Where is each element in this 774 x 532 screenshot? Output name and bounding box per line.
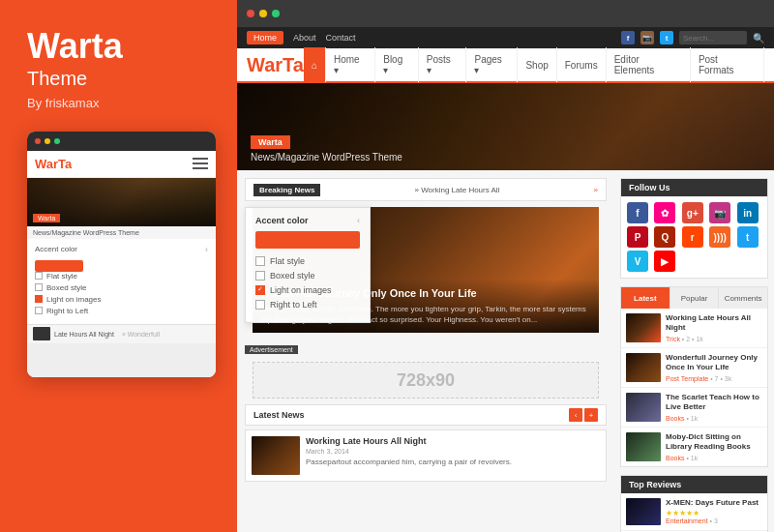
next-btn[interactable]: + [584, 408, 598, 422]
twitter-icon[interactable]: t [737, 226, 759, 248]
quora-icon[interactable]: Q [654, 226, 675, 248]
mobile-logo: WarTa [35, 157, 72, 171]
tab-latest[interactable]: Latest [621, 287, 670, 309]
breaking-badge: Breaking News [253, 184, 320, 196]
browser-max[interactable] [272, 10, 280, 17]
breaking-text: » Working Late Hours All [415, 186, 500, 194]
linkedin-icon[interactable]: in [737, 202, 759, 223]
accent-panel-close[interactable]: ‹ [357, 216, 360, 225]
nav-shop-link[interactable]: Shop [518, 47, 556, 82]
vimeo-icon[interactable]: V [627, 251, 648, 272]
panel-light-checkbox[interactable] [255, 285, 265, 295]
post-thumb-4 [626, 432, 661, 461]
mobile-tagline: News/Magazine WordPress Theme [27, 226, 216, 239]
panel-option-light: Light on images [255, 285, 360, 295]
breaking-arrow: » [594, 186, 598, 194]
panel-boxed-checkbox[interactable] [255, 271, 265, 281]
search-icon[interactable]: 🔍 [753, 33, 764, 44]
latest-post-thumbnail [252, 436, 300, 475]
rtl-checkbox[interactable] [35, 307, 43, 314]
app-subtitle: Theme [27, 68, 87, 90]
sidebar-post-1: Working Late Hours All Night Trick • 2 •… [621, 309, 767, 348]
topbar-fb-icon[interactable]: f [621, 31, 635, 44]
fb-icon[interactable]: f [627, 202, 648, 223]
follow-widget: Follow Us f ✿ g+ 📷 in P Q r )))) t V ▶ [620, 178, 768, 279]
site-main-nav: WarTa ⌂ Home ▾ Blog ▾ Posts ▾ Pages ▾ Sh… [237, 48, 774, 83]
nav-home-link[interactable]: Home ▾ [326, 47, 375, 82]
topbar-search[interactable] [679, 31, 747, 44]
mobile-options: Accent color ‹ Flat style Boxed style Li… [27, 239, 216, 324]
topbar-tw-icon[interactable]: t [660, 31, 673, 44]
topbar-ig-icon[interactable]: 📷 [640, 31, 654, 44]
latest-post-info: Working Late Hours All Night March 3, 20… [306, 436, 512, 475]
nav-blog-link[interactable]: Blog ▾ [375, 47, 419, 82]
max-dot [54, 138, 60, 144]
site-logo: WarTa [247, 54, 304, 76]
gplus-icon[interactable]: g+ [682, 202, 703, 223]
panel-flat-checkbox[interactable] [255, 256, 265, 266]
advertisement-area: 728x90 [253, 362, 599, 399]
post-meta-2: Post Template • 7 • 3k [666, 375, 762, 382]
accent-color-swatch [255, 231, 360, 249]
nav-contact[interactable]: Contact [326, 33, 356, 43]
rss-icon[interactable]: )))) [709, 226, 730, 248]
ad-size-text: 728x90 [397, 370, 455, 391]
close-dot [35, 138, 41, 144]
tab-comments[interactable]: Comments [719, 287, 767, 309]
review-1: X-MEN: Days Future Past ★★★★★ Entertainm… [621, 493, 767, 531]
nav-forums-link[interactable]: Forums [557, 47, 607, 82]
light-checkbox[interactable] [35, 295, 43, 303]
nav-formats-link[interactable]: Post Formats [691, 47, 764, 82]
nav-about[interactable]: About [293, 33, 316, 43]
instagram-icon[interactable]: 📷 [709, 202, 730, 223]
reddit-icon[interactable]: r [682, 226, 703, 248]
panel-rtl-checkbox[interactable] [255, 300, 265, 310]
mobile-hero-badge: Warta [33, 214, 60, 222]
tab-popular[interactable]: Popular [670, 287, 720, 309]
post-title-3: The Scarlet Teach How to Live Better [666, 393, 762, 413]
left-panel: Warta Theme By friskamax WarTa Warta New… [0, 0, 237, 532]
pinterest-icon[interactable]: P [627, 226, 648, 248]
youtube-icon[interactable]: ▶ [654, 251, 675, 272]
social-icons-grid: f ✿ g+ 📷 in P Q r )))) t V ▶ [621, 196, 767, 278]
nav-home[interactable]: Home [247, 31, 283, 44]
accent-collapse[interactable]: ‹ [205, 245, 208, 254]
browser-chrome [237, 0, 774, 27]
sidebar-post-list: Working Late Hours All Night Trick • 2 •… [620, 309, 768, 467]
latest-post-meta: March 3, 2014 [306, 448, 512, 455]
featured-wrapper: Accent color ‹ Flat style Boxed style [245, 207, 607, 333]
panel-option-rtl: Right to Left [255, 300, 360, 310]
latest-post-item: Working Late Hours All Night March 3, 20… [245, 429, 607, 482]
nav-editor-link[interactable]: Editor Elements [607, 47, 691, 82]
nav-pages-link[interactable]: Pages ▾ [466, 47, 518, 82]
hamburger-icon[interactable] [193, 158, 208, 169]
option-rtl: Right to Left [35, 307, 208, 315]
ad-wrapper: Advertisement 728x90 [245, 339, 607, 399]
latest-news-title: Latest News [253, 410, 305, 420]
latest-news-section: Latest News ‹ + Working Late Hours All N… [245, 404, 607, 482]
browser-close[interactable] [247, 10, 254, 17]
panel-option-boxed: Boxed style [255, 271, 360, 281]
flickr-icon[interactable]: ✿ [654, 202, 675, 223]
nav-home-btn[interactable]: ⌂ [304, 47, 326, 82]
post-thumb-1 [626, 313, 661, 342]
breaking-news-bar: Breaking News » Working Late Hours All » [245, 178, 607, 201]
accent-swatch [35, 260, 83, 272]
follow-title: Follow Us [621, 179, 767, 196]
boxed-checkbox[interactable] [35, 283, 43, 291]
post-thumb-3 [626, 393, 661, 422]
site-main: Breaking News » Working Late Hours All »… [237, 170, 614, 532]
mobile-news-strip: Late Hours All Night » Wonderfull [27, 324, 216, 343]
prev-btn[interactable]: ‹ [569, 408, 582, 422]
mobile-preview: WarTa Warta News/Magazine WordPress Them… [27, 132, 216, 377]
nav-posts-link[interactable]: Posts ▾ [419, 47, 467, 82]
review-title-1: X-MEN: Days Future Past [666, 498, 759, 508]
flat-checkbox[interactable] [35, 272, 43, 280]
mobile-nav: WarTa [27, 151, 216, 178]
browser-min[interactable] [259, 10, 267, 17]
mobile-hero: Warta [27, 178, 216, 226]
site-sidebar: Follow Us f ✿ g+ 📷 in P Q r )))) t V ▶ [614, 170, 774, 532]
sidebar-post-4: Moby-Dict Sitting on Library Reading Boo… [621, 428, 767, 466]
site-top-bar: Home About Contact f 📷 t 🔍 [237, 27, 774, 48]
desktop-site: Home About Contact f 📷 t 🔍 WarTa ⌂ Home … [237, 27, 774, 532]
